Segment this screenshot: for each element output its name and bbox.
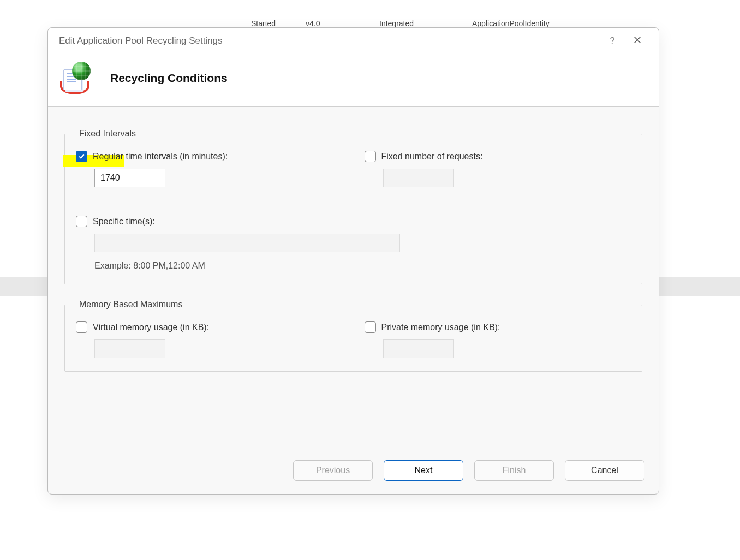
- close-button[interactable]: [625, 32, 650, 50]
- bg-col-identity: ApplicationPoolIdentity: [472, 19, 550, 28]
- specific-times-hint: Example: 8:00 PM,12:00 AM: [94, 261, 631, 271]
- regular-interval-row[interactable]: Regular time intervals (in minutes):: [76, 151, 343, 162]
- help-icon: ?: [610, 36, 615, 46]
- bg-col-started: Started: [251, 19, 276, 28]
- background-selection-right: [658, 277, 740, 296]
- fixed-requests-input: [383, 169, 454, 187]
- private-memory-checkbox[interactable]: [365, 321, 376, 333]
- virtual-memory-checkbox[interactable]: [76, 321, 87, 333]
- cancel-button[interactable]: Cancel: [565, 460, 644, 481]
- fixed-intervals-group: Fixed Intervals Regular time intervals (…: [64, 129, 642, 284]
- close-icon: [634, 36, 641, 46]
- memory-maximums-legend: Memory Based Maximums: [76, 300, 186, 309]
- fixed-requests-label: Fixed number of requests:: [381, 152, 483, 162]
- dialog-title: Edit Application Pool Recycling Settings: [59, 35, 600, 46]
- regular-interval-input[interactable]: [94, 169, 165, 187]
- regular-interval-checkbox[interactable]: [76, 151, 87, 162]
- dialog-header: Recycling Conditions: [48, 54, 659, 107]
- fixed-requests-row[interactable]: Fixed number of requests:: [365, 151, 631, 162]
- fixed-intervals-legend: Fixed Intervals: [76, 129, 139, 139]
- dialog-titlebar: Edit Application Pool Recycling Settings…: [48, 28, 659, 54]
- regular-interval-label: Regular time intervals (in minutes):: [93, 152, 228, 162]
- recycling-header-icon: [60, 62, 93, 94]
- memory-maximums-group: Memory Based Maximums Virtual memory usa…: [64, 300, 642, 372]
- page-title: Recycling Conditions: [110, 72, 228, 85]
- specific-times-input: [94, 234, 400, 252]
- private-memory-label: Private memory usage (in KB):: [381, 323, 500, 332]
- bg-col-mode: Integrated: [379, 19, 414, 28]
- dialog-body: Fixed Intervals Regular time intervals (…: [48, 107, 659, 450]
- bg-col-version: v4.0: [306, 19, 320, 28]
- virtual-memory-input: [94, 339, 165, 358]
- background-selection-left: [0, 277, 47, 296]
- finish-button: Finish: [474, 460, 554, 481]
- private-memory-input: [383, 339, 454, 358]
- help-button[interactable]: ?: [600, 32, 625, 50]
- private-memory-row[interactable]: Private memory usage (in KB):: [365, 321, 631, 333]
- fixed-requests-checkbox[interactable]: [365, 151, 376, 162]
- virtual-memory-row[interactable]: Virtual memory usage (in KB):: [76, 321, 343, 333]
- next-button[interactable]: Next: [384, 460, 463, 481]
- virtual-memory-label: Virtual memory usage (in KB):: [93, 323, 209, 332]
- specific-times-checkbox[interactable]: [76, 216, 87, 227]
- specific-times-row[interactable]: Specific time(s):: [76, 216, 631, 227]
- specific-times-label: Specific time(s):: [93, 217, 155, 227]
- recycling-settings-dialog: Edit Application Pool Recycling Settings…: [47, 27, 659, 495]
- dialog-footer: Previous Next Finish Cancel: [48, 450, 659, 494]
- previous-button: Previous: [293, 460, 373, 481]
